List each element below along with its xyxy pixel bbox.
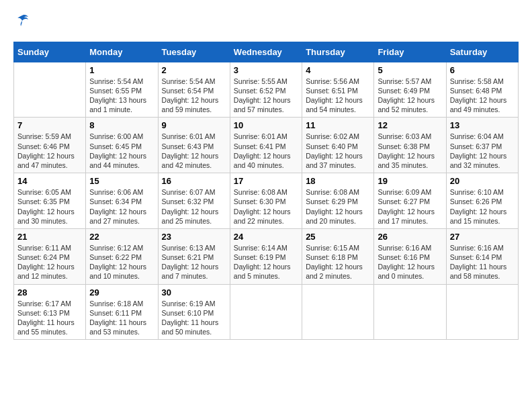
day-number: 15: [89, 176, 154, 186]
day-number: 10: [234, 120, 298, 130]
cell-content: Sunrise: 6:02 AMSunset: 6:40 PMDaylight:…: [306, 132, 363, 169]
calendar-cell: 10 Sunrise: 6:01 AMSunset: 6:41 PMDaylig…: [230, 118, 302, 173]
calendar-cell: 8 Sunrise: 6:00 AMSunset: 6:45 PMDayligh…: [86, 118, 158, 173]
day-number: 2: [162, 65, 226, 75]
day-number: 12: [378, 120, 442, 130]
calendar-cell: [230, 284, 302, 340]
cell-content: Sunrise: 6:12 AMSunset: 6:22 PMDaylight:…: [89, 244, 146, 281]
day-number: 13: [450, 120, 515, 130]
logo: [13, 13, 30, 31]
day-number: 18: [306, 176, 370, 186]
page-header: [13, 13, 519, 31]
day-number: 11: [306, 120, 370, 130]
calendar-cell: [14, 62, 86, 118]
calendar-cell: 17 Sunrise: 6:08 AMSunset: 6:30 PMDaylig…: [230, 173, 302, 229]
cell-content: Sunrise: 6:08 AMSunset: 6:29 PMDaylight:…: [306, 188, 363, 225]
cell-content: Sunrise: 6:13 AMSunset: 6:21 PMDaylight:…: [162, 244, 219, 281]
calendar-cell: 15 Sunrise: 6:06 AMSunset: 6:34 PMDaylig…: [86, 173, 158, 229]
calendar-cell: 23 Sunrise: 6:13 AMSunset: 6:21 PMDaylig…: [158, 228, 230, 284]
cell-content: Sunrise: 6:16 AMSunset: 6:16 PMDaylight:…: [378, 244, 435, 281]
day-number: 8: [89, 120, 154, 130]
header-row: SundayMondayTuesdayWednesdayThursdayFrid…: [14, 42, 519, 62]
week-row-2: 7 Sunrise: 5:59 AMSunset: 6:46 PMDayligh…: [14, 118, 519, 173]
calendar-cell: 1 Sunrise: 5:54 AMSunset: 6:55 PMDayligh…: [86, 62, 158, 118]
cell-content: Sunrise: 6:01 AMSunset: 6:43 PMDaylight:…: [162, 132, 219, 169]
calendar-cell: 20 Sunrise: 6:10 AMSunset: 6:26 PMDaylig…: [446, 173, 518, 229]
col-header-tuesday: Tuesday: [158, 42, 230, 62]
cell-content: Sunrise: 5:57 AMSunset: 6:49 PMDaylight:…: [378, 77, 435, 114]
calendar-cell: 11 Sunrise: 6:02 AMSunset: 6:40 PMDaylig…: [302, 118, 374, 173]
calendar-cell: 21 Sunrise: 6:11 AMSunset: 6:24 PMDaylig…: [14, 228, 86, 284]
day-number: 5: [378, 65, 442, 75]
day-number: 19: [378, 176, 442, 186]
calendar-cell: 13 Sunrise: 6:04 AMSunset: 6:37 PMDaylig…: [446, 118, 518, 173]
calendar-cell: 18 Sunrise: 6:08 AMSunset: 6:29 PMDaylig…: [302, 173, 374, 229]
day-number: 14: [17, 176, 82, 186]
col-header-wednesday: Wednesday: [230, 42, 302, 62]
cell-content: Sunrise: 5:58 AMSunset: 6:48 PMDaylight:…: [450, 77, 507, 114]
calendar-cell: [446, 284, 518, 340]
cell-content: Sunrise: 6:08 AMSunset: 6:30 PMDaylight:…: [234, 188, 291, 225]
col-header-saturday: Saturday: [446, 42, 518, 62]
day-number: 24: [234, 232, 298, 242]
col-header-sunday: Sunday: [14, 42, 86, 62]
calendar-cell: 9 Sunrise: 6:01 AMSunset: 6:43 PMDayligh…: [158, 118, 230, 173]
cell-content: Sunrise: 6:19 AMSunset: 6:10 PMDaylight:…: [162, 300, 219, 336]
day-number: 28: [17, 287, 82, 298]
calendar-cell: 30 Sunrise: 6:19 AMSunset: 6:10 PMDaylig…: [158, 284, 230, 340]
calendar-cell: 12 Sunrise: 6:03 AMSunset: 6:38 PMDaylig…: [374, 118, 446, 173]
calendar-cell: [302, 284, 374, 340]
day-number: 4: [306, 65, 370, 75]
day-number: 25: [306, 232, 370, 242]
calendar-cell: 25 Sunrise: 6:15 AMSunset: 6:18 PMDaylig…: [302, 228, 374, 284]
cell-content: Sunrise: 5:54 AMSunset: 6:54 PMDaylight:…: [162, 77, 219, 114]
day-number: 17: [234, 176, 298, 186]
cell-content: Sunrise: 6:15 AMSunset: 6:18 PMDaylight:…: [306, 244, 363, 281]
calendar-cell: 16 Sunrise: 6:07 AMSunset: 6:32 PMDaylig…: [158, 173, 230, 229]
calendar-cell: 22 Sunrise: 6:12 AMSunset: 6:22 PMDaylig…: [86, 228, 158, 284]
cell-content: Sunrise: 6:16 AMSunset: 6:14 PMDaylight:…: [450, 244, 507, 281]
calendar-cell: 4 Sunrise: 5:56 AMSunset: 6:51 PMDayligh…: [302, 62, 374, 118]
col-header-monday: Monday: [86, 42, 158, 62]
week-row-4: 21 Sunrise: 6:11 AMSunset: 6:24 PMDaylig…: [14, 228, 519, 284]
cell-content: Sunrise: 6:07 AMSunset: 6:32 PMDaylight:…: [162, 188, 219, 225]
cell-content: Sunrise: 6:04 AMSunset: 6:37 PMDaylight:…: [450, 132, 507, 169]
cell-content: Sunrise: 5:55 AMSunset: 6:52 PMDaylight:…: [234, 77, 291, 114]
day-number: 27: [450, 232, 515, 242]
calendar-cell: 28 Sunrise: 6:17 AMSunset: 6:13 PMDaylig…: [14, 284, 86, 340]
cell-content: Sunrise: 6:14 AMSunset: 6:19 PMDaylight:…: [234, 244, 291, 281]
week-row-1: 1 Sunrise: 5:54 AMSunset: 6:55 PMDayligh…: [14, 62, 519, 118]
cell-content: Sunrise: 5:54 AMSunset: 6:55 PMDaylight:…: [89, 77, 146, 114]
cell-content: Sunrise: 6:11 AMSunset: 6:24 PMDaylight:…: [17, 244, 75, 281]
calendar-cell: 19 Sunrise: 6:09 AMSunset: 6:27 PMDaylig…: [374, 173, 446, 229]
logo-bird-icon: [15, 14, 30, 28]
day-number: 1: [89, 65, 154, 75]
day-number: 20: [450, 176, 515, 186]
col-header-thursday: Thursday: [302, 42, 374, 62]
day-number: 30: [162, 287, 226, 298]
cell-content: Sunrise: 6:05 AMSunset: 6:35 PMDaylight:…: [17, 188, 75, 225]
cell-content: Sunrise: 5:56 AMSunset: 6:51 PMDaylight:…: [306, 77, 363, 114]
col-header-friday: Friday: [374, 42, 446, 62]
cell-content: Sunrise: 6:18 AMSunset: 6:11 PMDaylight:…: [89, 300, 146, 336]
cell-content: Sunrise: 6:09 AMSunset: 6:27 PMDaylight:…: [378, 188, 435, 225]
week-row-5: 28 Sunrise: 6:17 AMSunset: 6:13 PMDaylig…: [14, 284, 519, 340]
cell-content: Sunrise: 6:10 AMSunset: 6:26 PMDaylight:…: [450, 188, 507, 225]
calendar-cell: 27 Sunrise: 6:16 AMSunset: 6:14 PMDaylig…: [446, 228, 518, 284]
day-number: 7: [17, 120, 82, 130]
calendar-cell: 26 Sunrise: 6:16 AMSunset: 6:16 PMDaylig…: [374, 228, 446, 284]
cell-content: Sunrise: 6:01 AMSunset: 6:41 PMDaylight:…: [234, 132, 291, 169]
day-number: 29: [89, 287, 154, 298]
calendar-table: SundayMondayTuesdayWednesdayThursdayFrid…: [13, 42, 519, 340]
day-number: 22: [89, 232, 154, 242]
cell-content: Sunrise: 6:17 AMSunset: 6:13 PMDaylight:…: [17, 300, 75, 336]
calendar-cell: 14 Sunrise: 6:05 AMSunset: 6:35 PMDaylig…: [14, 173, 86, 229]
cell-content: Sunrise: 6:00 AMSunset: 6:45 PMDaylight:…: [89, 132, 146, 169]
day-number: 3: [234, 65, 298, 75]
day-number: 23: [162, 232, 226, 242]
calendar-cell: 5 Sunrise: 5:57 AMSunset: 6:49 PMDayligh…: [374, 62, 446, 118]
day-number: 26: [378, 232, 442, 242]
calendar-cell: 2 Sunrise: 5:54 AMSunset: 6:54 PMDayligh…: [158, 62, 230, 118]
day-number: 21: [17, 232, 82, 242]
calendar-cell: [374, 284, 446, 340]
